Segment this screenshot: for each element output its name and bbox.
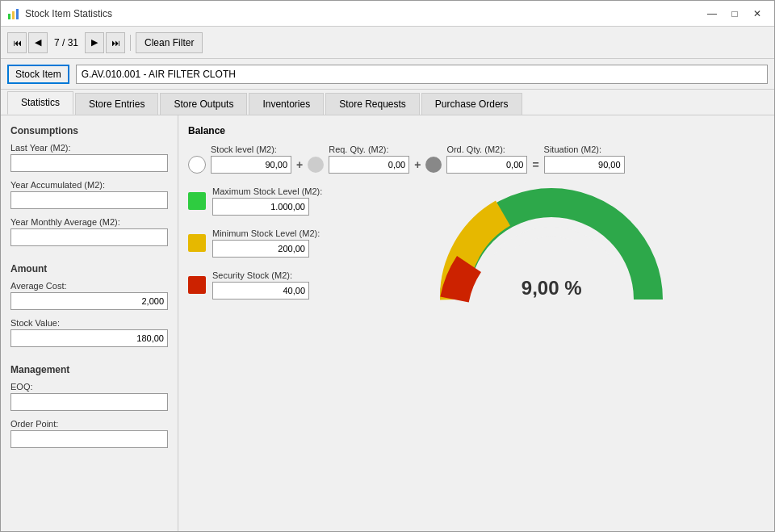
nav-position: 7 / 31 [49,37,83,48]
stock-value-group: Stock Value: [10,318,168,347]
min-stock-indicator [188,234,206,252]
left-panel: Consumptions Last Year (M2): Year Accumu… [1,115,178,531]
max-stock-indicator [188,192,206,210]
tab-statistics[interactable]: Statistics [7,91,73,115]
nav-prev-button[interactable]: ◀ [28,32,48,53]
gauge-percent: 9,00 % [522,277,582,300]
eoq-label: EOQ: [10,382,168,392]
tab-bar: Statistics Store Entries Store Outputs I… [1,90,774,115]
order-point-input[interactable] [10,430,168,448]
content-lower: Maximum Stock Level (M2): Minimum Stock … [188,186,765,316]
security-stock-indicator [188,276,206,294]
situation-group: Situation (M2): [544,145,625,174]
stock-item-label: Stock Item [7,65,69,84]
stock-value-label: Stock Value: [10,318,168,328]
year-monthly-avg-input[interactable] [10,228,168,246]
nav-next-button[interactable]: ▶ [85,32,104,53]
min-stock-input[interactable] [212,240,309,258]
req-qty-group: Req. Qty. (M2): [329,145,409,174]
eoq-group: EOQ: [10,382,168,411]
situation-label: Situation (M2): [544,145,625,154]
amount-title: Amount [10,263,168,274]
max-stock-label: Maximum Stock Level (M2): [212,186,322,196]
minimize-button[interactable]: — [702,5,723,23]
op-circle-2 [425,157,442,173]
stock-indicator-white [188,156,206,174]
order-point-label: Order Point: [10,419,168,429]
stock-level-input[interactable] [211,156,291,174]
divider-1 [10,256,168,257]
year-accumulated-input[interactable] [10,191,168,209]
req-qty-input[interactable] [329,156,409,174]
stock-level-label: Stock level (M2): [211,145,291,154]
toolbar-separator [130,35,131,51]
req-qty-label: Req. Qty. (M2): [329,145,409,154]
year-accumulated-label: Year Accumulated (M2): [10,180,168,190]
balance-row: Stock level (M2): + Req. Qty. (M2): + Or… [188,145,765,174]
gauge-col: 9,00 % [338,186,765,316]
year-accumulated-group: Year Accumulated (M2): [10,180,168,209]
tab-inventories[interactable]: Inventories [249,93,324,115]
maximize-button[interactable]: □ [724,5,745,23]
tab-store-entries[interactable]: Store Entries [75,93,158,115]
divider-2 [10,357,168,358]
window-controls: — □ ✕ [702,5,768,23]
title-bar: Stock Item Statistics — □ ✕ [1,1,774,27]
management-title: Management [10,364,168,375]
average-cost-input[interactable] [10,292,168,310]
main-content: Consumptions Last Year (M2): Year Accumu… [1,115,774,531]
security-stock-label: Security Stock (M2): [212,270,309,280]
op3: = [532,147,538,171]
consumptions-title: Consumptions [10,125,168,136]
average-cost-group: Average Cost: [10,281,168,310]
ord-qty-group: Ord. Qty. (M2): [446,145,527,174]
op2: + [414,147,421,171]
min-stock-row: Minimum Stock Level (M2): [188,228,322,258]
nav-first-button[interactable]: ⏮ [7,32,27,53]
svg-rect-0 [8,14,10,19]
levels-col: Maximum Stock Level (M2): Minimum Stock … [188,186,322,316]
last-year-input[interactable] [10,154,168,172]
stock-item-row: Stock Item [1,59,774,90]
op-circle-1 [308,157,324,173]
svg-rect-2 [16,9,19,19]
year-monthly-avg-group: Year Monthly Average (M2): [10,217,168,246]
situation-input[interactable] [544,156,625,174]
main-window: Stock Item Statistics — □ ✕ ⏮ ◀ 7 / 31 ▶… [0,0,775,532]
security-stock-row: Security Stock (M2): [188,270,322,300]
close-button[interactable]: ✕ [747,5,768,23]
balance-title: Balance [188,125,765,136]
stock-level-group: Stock level (M2): [211,145,291,174]
tab-purchase-orders[interactable]: Purchase Orders [421,93,522,115]
eoq-input[interactable] [10,393,168,411]
ord-qty-label: Ord. Qty. (M2): [446,145,527,154]
right-panel: Balance Stock level (M2): + Req. Qty. (M… [178,115,774,531]
consumptions-group: Last Year (M2): [10,143,168,172]
op1: + [296,147,303,171]
toolbar: ⏮ ◀ 7 / 31 ▶ ⏭ Clean Filter [1,27,774,59]
gauge-wrapper: 9,00 % [438,186,664,316]
min-stock-label: Minimum Stock Level (M2): [212,228,320,238]
max-stock-row: Maximum Stock Level (M2): [188,186,322,216]
tab-store-requests[interactable]: Store Requests [325,93,420,115]
window-title: Stock Item Statistics [25,8,702,19]
ord-qty-input[interactable] [446,156,527,174]
clean-filter-button[interactable]: Clean Filter [136,32,203,53]
order-point-group: Order Point: [10,419,168,448]
year-monthly-avg-label: Year Monthly Average (M2): [10,217,168,227]
max-stock-input[interactable] [212,198,309,216]
security-stock-input[interactable] [212,282,309,300]
stock-value-input[interactable] [10,329,168,347]
stock-item-input[interactable] [76,65,768,84]
svg-rect-1 [12,11,15,19]
nav-last-button[interactable]: ⏭ [106,32,125,53]
app-icon [7,7,20,20]
last-year-label: Last Year (M2): [10,143,168,153]
average-cost-label: Average Cost: [10,281,168,291]
tab-store-outputs[interactable]: Store Outputs [160,93,247,115]
